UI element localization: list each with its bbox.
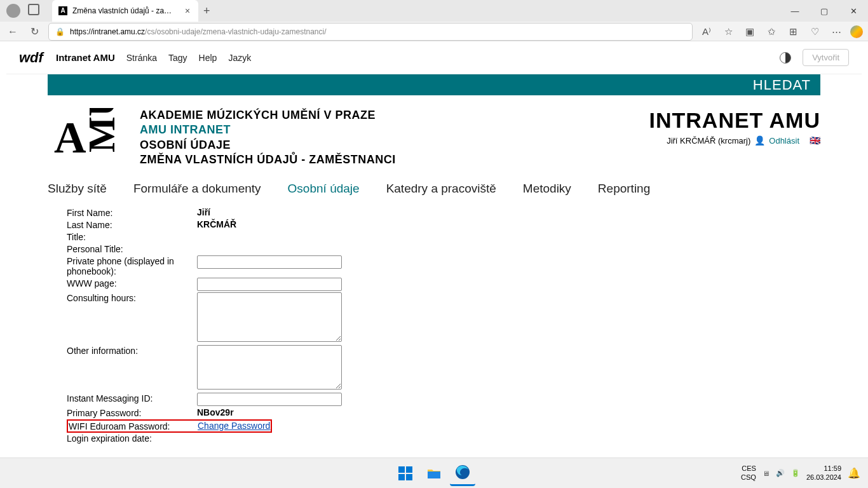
profile-avatar-icon[interactable] xyxy=(6,4,20,18)
logout-link[interactable]: Odhlásit xyxy=(769,136,799,146)
nav-personal[interactable]: Osobní údaje xyxy=(288,182,360,196)
collections-icon[interactable]: ⊞ xyxy=(785,24,801,39)
label-wifi-pwd: WIFI Eduroam Password: xyxy=(69,421,198,431)
search-banner[interactable]: HLEDAT xyxy=(48,74,820,95)
user-icon: 👤 xyxy=(754,135,765,146)
language-flag-icon[interactable]: 🇬🇧 xyxy=(810,135,820,146)
cms-logo[interactable]: wdf xyxy=(19,50,44,66)
tab-overview-icon[interactable] xyxy=(28,4,39,15)
create-button[interactable]: Vytvořit xyxy=(803,49,849,66)
value-last-name: KRČMÁŘ xyxy=(197,219,236,229)
textarea-other-info[interactable] xyxy=(197,345,342,390)
label-personal-title: Personal Title: xyxy=(67,243,197,254)
label-title: Title: xyxy=(67,231,197,242)
personal-form: First Name: Jiří Last Name: KRČMÁŘ Title… xyxy=(48,207,820,444)
cms-menu-tags[interactable]: Tagy xyxy=(168,53,187,63)
cms-menu-help[interactable]: Help xyxy=(199,53,217,63)
page-title: INTRANET AMU xyxy=(649,108,821,133)
nav-reporting[interactable]: Reporting xyxy=(598,182,650,196)
label-login-exp: Login expiration date: xyxy=(67,433,197,444)
input-im[interactable] xyxy=(197,393,342,406)
breadcrumb-3[interactable]: OSOBNÍ ÚDAJE xyxy=(140,138,396,152)
new-tab-button[interactable]: + xyxy=(203,4,210,18)
page-content: wdf Intranet AMU Stránka Tagy Help Jazyk… xyxy=(6,41,862,453)
clock[interactable]: 11:59 26.03.2024 xyxy=(806,464,841,481)
url-host: https://intranet.amu.cz xyxy=(70,27,145,36)
favorite-icon[interactable]: ☆ xyxy=(721,24,736,39)
breadcrumb-2[interactable]: AMU INTRANET xyxy=(140,123,396,137)
notification-icon[interactable]: 🔔 xyxy=(848,467,860,479)
svg-rect-2 xyxy=(398,466,405,473)
input-private-phone[interactable] xyxy=(197,255,342,269)
value-first-name: Jiří xyxy=(197,207,210,217)
close-button[interactable]: ✕ xyxy=(839,0,868,22)
browser-tab[interactable]: A Změna vlastních údajů - zaměstn × xyxy=(52,0,198,22)
file-explorer-icon[interactable] xyxy=(421,461,447,486)
performance-icon[interactable]: ♡ xyxy=(807,24,822,39)
breadcrumb-1[interactable]: AKADEMIE MÚZICKÝCH UMĚNÍ V PRAZE xyxy=(140,108,396,123)
favorites-bar-icon[interactable]: ✩ xyxy=(764,24,779,39)
url-box[interactable]: 🔒 https://intranet.amu.cz/cs/osobni-udaj… xyxy=(48,23,693,41)
label-last-name: Last Name: xyxy=(67,219,197,230)
tab-title: Změna vlastních údajů - zaměstn xyxy=(72,6,178,15)
keyboard-language[interactable]: CES CSQ xyxy=(741,464,756,481)
copilot-icon[interactable] xyxy=(850,25,863,38)
svg-text:MU: MU xyxy=(81,108,123,152)
tray-sound-icon[interactable]: 🔊 xyxy=(776,469,785,477)
edge-icon[interactable] xyxy=(450,461,475,486)
read-aloud-icon[interactable]: A⁾ xyxy=(699,24,714,39)
label-other-info: Other information: xyxy=(67,345,197,356)
brand-row: AMU AKADEMIE MÚZICKÝCH UMĚNÍ V PRAZE AMU… xyxy=(48,95,820,174)
back-button[interactable]: ← xyxy=(5,24,20,39)
svg-rect-5 xyxy=(406,474,412,480)
value-primary-pwd: NBov29r xyxy=(197,407,234,417)
cms-menu-page[interactable]: Stránka xyxy=(126,53,157,63)
nav-methodology[interactable]: Metodiky xyxy=(523,182,571,196)
label-www: WWW page: xyxy=(67,278,197,288)
cms-menu-lang[interactable]: Jazyk xyxy=(228,53,251,63)
theme-toggle-icon[interactable] xyxy=(780,52,791,64)
tab-close-icon[interactable]: × xyxy=(183,6,192,15)
tab-bar: A Změna vlastních údajů - zaměstn × + — … xyxy=(0,0,868,22)
label-im: Instant Messaging ID: xyxy=(67,393,197,403)
refresh-button[interactable]: ↻ xyxy=(27,24,42,39)
change-password-link[interactable]: Change Password xyxy=(198,421,270,431)
nav-services[interactable]: Služby sítě xyxy=(48,182,107,196)
minimize-button[interactable]: — xyxy=(780,0,810,22)
tray-battery-icon[interactable]: 🔋 xyxy=(791,469,800,477)
tab-favicon-icon: A xyxy=(58,6,67,15)
current-user: Jiří KRČMÁŘ (krcmarj) xyxy=(667,136,750,146)
maximize-button[interactable]: ▢ xyxy=(810,0,839,22)
start-button[interactable] xyxy=(393,461,418,486)
search-label: HLEDAT xyxy=(753,77,811,93)
textarea-consulting[interactable] xyxy=(197,292,342,342)
svg-rect-3 xyxy=(406,466,412,473)
label-consulting: Consulting hours: xyxy=(67,292,197,303)
nav-departments[interactable]: Katedry a pracoviště xyxy=(386,182,496,196)
lock-icon: 🔒 xyxy=(55,27,65,36)
more-icon[interactable]: ⋯ xyxy=(829,24,844,39)
label-private-phone: Private phone (displayed in phonebook): xyxy=(67,255,197,276)
tray-monitor-icon[interactable]: 🖥 xyxy=(763,470,770,477)
taskbar: CES CSQ 🖥 🔊 🔋 11:59 26.03.2024 🔔 xyxy=(0,458,868,488)
svg-rect-4 xyxy=(398,474,405,480)
main-nav: Služby sítě Formuláře a dokumenty Osobní… xyxy=(48,174,820,207)
cms-admin-bar: wdf Intranet AMU Stránka Tagy Help Jazyk… xyxy=(6,41,862,74)
browser-chrome: A Změna vlastních údajů - zaměstn × + — … xyxy=(0,0,868,41)
breadcrumb: AKADEMIE MÚZICKÝCH UMĚNÍ V PRAZE AMU INT… xyxy=(140,108,396,168)
breadcrumb-4[interactable]: ZMĚNA VLASTNÍCH ÚDAJŮ - ZAMĚSTNANCI xyxy=(140,152,396,167)
split-screen-icon[interactable]: ▣ xyxy=(742,24,757,39)
cms-site-title[interactable]: Intranet AMU xyxy=(56,52,115,63)
input-www[interactable] xyxy=(197,278,342,291)
address-bar-row: ← ↻ 🔒 https://intranet.amu.cz/cs/osobni-… xyxy=(0,22,868,41)
label-primary-pwd: Primary Password: xyxy=(67,407,197,418)
nav-forms[interactable]: Formuláře a dokumenty xyxy=(133,182,261,196)
amu-logo[interactable]: AMU xyxy=(54,108,130,159)
url-path: /cs/osobni-udaje/zmena-vlastnich-udaju-z… xyxy=(145,27,326,36)
eduroam-highlight: WIFI Eduroam Password: Change Password xyxy=(67,419,272,433)
label-first-name: First Name: xyxy=(67,207,197,218)
